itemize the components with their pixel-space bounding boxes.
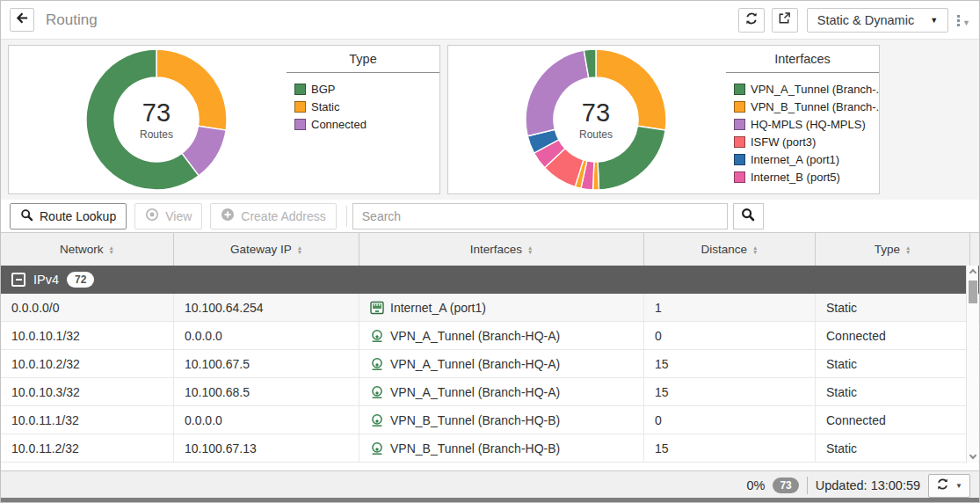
- route-type-dropdown-label: Static & Dynamic: [817, 13, 914, 27]
- search-button[interactable]: [733, 203, 764, 230]
- table-row[interactable]: 0.0.0.0/010.100.64.254Internet_A (port1)…: [1, 294, 979, 322]
- legend-item[interactable]: Internet_B (port5): [734, 171, 879, 184]
- legend-item[interactable]: ISFW (port3): [734, 135, 879, 149]
- legend-item[interactable]: Internet_A (port1): [734, 153, 879, 166]
- cell-gateway-ip: 10.100.64.254: [174, 294, 359, 321]
- column-header-network[interactable]: Network ▲▼: [1, 233, 174, 266]
- status-divider: [807, 477, 808, 494]
- cell-type: Connected: [816, 322, 968, 349]
- cell-distance: 1: [644, 294, 816, 321]
- search-icon: [20, 208, 33, 224]
- legend-label: VPN_B_Tunnel (Branch-...: [751, 100, 879, 113]
- back-button[interactable]: [10, 8, 34, 32]
- auto-refresh-button[interactable]: ▼: [928, 474, 970, 498]
- table-row[interactable]: 10.0.11.1/320.0.0.0VPN_B_Tunnel (Branch-…: [1, 406, 979, 434]
- cell-interface: Internet_A (port1): [359, 294, 644, 321]
- sort-icon: ▲▼: [752, 245, 758, 254]
- header-bar: Routing Static & Dynami: [1, 1, 979, 40]
- sort-icon: ▲▼: [297, 245, 302, 254]
- total-count-badge: 73: [773, 477, 798, 493]
- sort-icon: ▲▼: [109, 245, 114, 254]
- donut-segment[interactable]: [598, 126, 665, 190]
- legend-swatch-icon: [734, 171, 745, 183]
- interface-label: VPN_B_Tunnel (Branch-HQ-B): [390, 441, 560, 456]
- window-bottom-edge: [1, 498, 979, 502]
- chevron-down-icon: ▼: [955, 482, 962, 490]
- column-label: Interfaces: [470, 243, 522, 256]
- updated-timestamp: Updated: 13:00:59: [816, 478, 920, 492]
- table-row[interactable]: 10.0.11.2/3210.100.67.13VPN_B_Tunnel (Br…: [1, 434, 979, 463]
- chevron-down-icon: ▼: [930, 16, 938, 25]
- column-header-distance[interactable]: Distance ▲▼: [644, 233, 816, 266]
- column-header-interfaces[interactable]: Interfaces ▲▼: [359, 233, 644, 266]
- legend-swatch-icon: [294, 84, 306, 95]
- interface-label: VPN_B_Tunnel (Branch-HQ-B): [390, 413, 560, 427]
- route-lookup-button[interactable]: Route Lookup: [10, 203, 127, 230]
- column-label: Distance: [701, 243, 748, 256]
- open-in-new-window-button[interactable]: [772, 8, 798, 33]
- cell-gateway-ip: 10.100.68.5: [174, 378, 359, 405]
- legend-item[interactable]: Static: [294, 100, 439, 113]
- legend-label: ISFW (port3): [751, 135, 816, 149]
- create-address-label: Create Address: [241, 209, 326, 223]
- create-address-button[interactable]: Create Address: [210, 203, 337, 230]
- interface-label: VPN_A_Tunnel (Branch-HQ-A): [390, 329, 560, 343]
- table-body: 0.0.0.0/010.100.64.254Internet_A (port1)…: [1, 294, 979, 463]
- refresh-icon: [936, 477, 949, 493]
- cell-network: 10.0.11.2/32: [1, 434, 174, 462]
- legend-item[interactable]: VPN_B_Tunnel (Branch-...: [734, 100, 879, 113]
- table-scrollbar[interactable]: [966, 266, 978, 463]
- legend-item[interactable]: BGP: [294, 83, 439, 96]
- cell-interface: VPN_A_Tunnel (Branch-HQ-A): [359, 378, 644, 405]
- table-row[interactable]: 10.0.10.3/3210.100.68.5VPN_A_Tunnel (Bra…: [1, 378, 979, 406]
- scroll-down-icon[interactable]: [969, 452, 976, 459]
- legend-label: Internet_B (port5): [751, 171, 840, 184]
- type-chart-panel: 73 Routes Type BGPStaticConnected: [8, 45, 440, 194]
- donut-segment[interactable]: [526, 50, 589, 136]
- cell-network: 10.0.10.1/32: [1, 322, 174, 349]
- column-header-type[interactable]: Type ▲▼: [816, 233, 970, 266]
- ethernet-port-icon: [370, 301, 384, 315]
- cell-network: 10.0.10.2/32: [1, 350, 174, 377]
- legend-label: Internet_A (port1): [751, 153, 839, 166]
- cell-gateway-ip: 0.0.0.0: [174, 322, 359, 349]
- interfaces-chart-panel: 73 Routes Interfaces VPN_A_Tunnel (Branc…: [447, 45, 880, 194]
- legend-item[interactable]: HQ-MPLS (HQ-MPLS): [734, 118, 879, 131]
- refresh-button[interactable]: [738, 8, 765, 33]
- column-header-gateway-ip[interactable]: Gateway IP ▲▼: [174, 233, 359, 266]
- table-toolbar: Route Lookup View Create Address: [1, 200, 979, 232]
- view-button[interactable]: View: [134, 203, 202, 230]
- type-donut-chart: 73 Routes: [84, 47, 229, 192]
- scroll-up-icon[interactable]: [969, 269, 976, 276]
- cell-network: 10.0.11.1/32: [1, 406, 174, 434]
- search-input[interactable]: [352, 203, 728, 230]
- vertical-dots-icon: [957, 15, 960, 26]
- legend-label: BGP: [311, 83, 335, 96]
- chevron-down-icon: ▼: [962, 18, 970, 27]
- tunnel-interface-icon: [370, 329, 384, 343]
- plus-circle-icon: [221, 208, 235, 224]
- legend-label: HQ-MPLS (HQ-MPLS): [751, 118, 866, 131]
- tunnel-interface-icon: [370, 357, 384, 371]
- column-label: Type: [875, 243, 900, 256]
- table-row[interactable]: 10.0.10.1/320.0.0.0VPN_A_Tunnel (Branch-…: [1, 322, 979, 350]
- legend-item[interactable]: VPN_A_Tunnel (Branch-...: [734, 83, 879, 96]
- back-arrow-icon: [16, 11, 29, 28]
- cell-type: Static: [816, 434, 968, 462]
- scrollbar-thumb[interactable]: [969, 281, 977, 303]
- donut-segment[interactable]: [596, 49, 666, 130]
- collapse-minus-icon[interactable]: [11, 273, 25, 287]
- cell-interface: VPN_B_Tunnel (Branch-HQ-B): [359, 406, 644, 434]
- route-type-dropdown[interactable]: Static & Dynamic ▼: [807, 8, 948, 33]
- legend-item[interactable]: Connected: [294, 118, 439, 131]
- page-title: Routing: [46, 11, 98, 29]
- more-options-menu[interactable]: ▼: [957, 12, 970, 27]
- donut-segment[interactable]: [156, 49, 227, 130]
- ipv4-group-row[interactable]: IPv4 72: [1, 266, 979, 294]
- table-row[interactable]: 10.0.10.2/3210.100.67.5VPN_A_Tunnel (Bra…: [1, 350, 979, 378]
- route-lookup-label: Route Lookup: [40, 209, 116, 223]
- cell-type: Static: [816, 294, 968, 321]
- cell-interface: VPN_A_Tunnel (Branch-HQ-A): [359, 350, 644, 377]
- column-label: Network: [60, 243, 104, 256]
- sort-icon: ▲▼: [905, 245, 911, 254]
